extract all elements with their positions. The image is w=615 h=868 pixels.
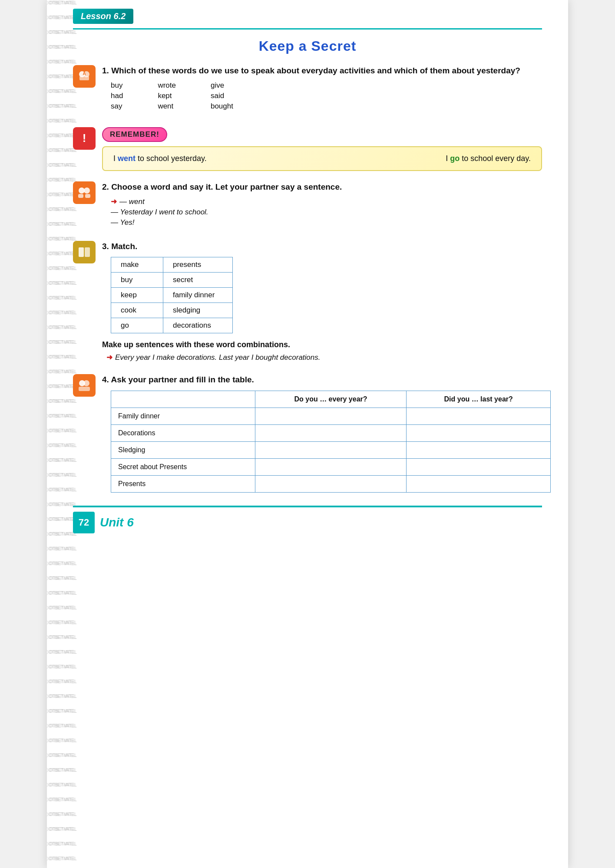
- word-bought: bought: [211, 102, 233, 111]
- dialog-lines: ➜— went — Yesterday I went to school. — …: [111, 197, 542, 227]
- fill-cell-1a[interactable]: [255, 408, 407, 425]
- activity1-body: 1. Which of these words do we use to spe…: [102, 65, 542, 115]
- match-row-2: buy secret: [111, 272, 233, 287]
- match-right-1: presents: [163, 257, 233, 272]
- fill-label-5: Presents: [111, 476, 255, 493]
- word-kept: kept: [158, 92, 176, 100]
- dialog-line-3: — Yes!: [111, 218, 542, 227]
- arrow-icon-2: ➜: [106, 353, 112, 362]
- activity3-icon: [73, 241, 96, 263]
- match-left-3: keep: [111, 287, 163, 302]
- example-present: I go to school every day.: [446, 154, 531, 163]
- dialog-text-3: — Yes!: [111, 218, 135, 227]
- word-buy: buy: [111, 81, 123, 90]
- remember-body: REMEMBER! I went to school yesterday. I …: [102, 127, 542, 171]
- word-had: had: [111, 92, 123, 100]
- activity4-title: 4. Ask your partner and fill in the tabl…: [102, 374, 542, 386]
- remember-label: REMEMBER!: [102, 127, 167, 142]
- svg-rect-6: [78, 194, 83, 198]
- word-col-3: give said bought: [211, 81, 233, 111]
- svg-rect-7: [85, 194, 90, 198]
- footer: 72 Unit 6: [73, 506, 542, 533]
- word-col-1: buy had say: [111, 81, 123, 111]
- fill-cell-5b[interactable]: [407, 476, 551, 493]
- word-columns: buy had say wrote kept went give said bo…: [111, 81, 542, 111]
- makeup-example-text: Every year I make decorations. Last year…: [115, 353, 320, 362]
- ex1-prefix: I: [113, 154, 118, 163]
- word-said: said: [211, 92, 233, 100]
- fill-table: Do you … every year? Did you … last year…: [111, 391, 551, 493]
- remember-label-text: REMEMBER!: [110, 130, 159, 138]
- match-left-2: buy: [111, 272, 163, 287]
- makeup-example: ➜Every year I make decorations. Last yea…: [106, 353, 542, 362]
- match-left-1: make: [111, 257, 163, 272]
- ex1-verb: went: [118, 154, 136, 163]
- svg-point-5: [84, 187, 90, 194]
- fill-label-2: Decorations: [111, 425, 255, 442]
- fill-cell-1b[interactable]: [407, 408, 551, 425]
- fill-row-4: Secret about Presents: [111, 459, 551, 476]
- word-say: say: [111, 102, 123, 111]
- activity3-title: 3. Match.: [102, 241, 542, 253]
- remember-icon: !: [73, 127, 96, 150]
- match-right-3: family dinner: [163, 287, 233, 302]
- activity1-instruction: Which of these words do we use to speak …: [111, 66, 520, 75]
- fill-cell-2b[interactable]: [407, 425, 551, 442]
- fill-cell-4a[interactable]: [255, 459, 407, 476]
- page-number: 72: [73, 512, 95, 533]
- dialog-text-1: — went: [119, 197, 145, 206]
- fill-label-1: Family dinner: [111, 408, 255, 425]
- match-left-4: cook: [111, 302, 163, 318]
- match-row-1: make presents: [111, 257, 233, 272]
- activity4-body: 4. Ask your partner and fill in the tabl…: [102, 374, 542, 493]
- svg-point-4: [79, 187, 85, 194]
- lesson-number: Lesson 6.2: [81, 11, 126, 21]
- word-give: give: [211, 81, 233, 90]
- fill-cell-4b[interactable]: [407, 459, 551, 476]
- dialog-line-1: ➜— went: [111, 197, 542, 206]
- word-col-2: wrote kept went: [158, 81, 176, 111]
- dialog-line-2: — Yesterday I went to school.: [111, 208, 542, 217]
- match-row-5: go decorations: [111, 318, 233, 333]
- activity-4: 4. Ask your partner and fill in the tabl…: [73, 374, 542, 493]
- activity-1: A 1. Which of these words do we use to s…: [73, 65, 542, 115]
- fill-row-2: Decorations: [111, 425, 551, 442]
- fill-col2-header: Do you … every year?: [255, 391, 407, 408]
- activity2-instruction: Choose a word and say it. Let your partn…: [111, 182, 342, 191]
- match-right-4: sledging: [163, 302, 233, 318]
- match-right-2: secret: [163, 272, 233, 287]
- fill-cell-3a[interactable]: [255, 442, 407, 459]
- activity4-instruction: Ask your partner and fill in the table.: [111, 375, 254, 384]
- match-table: make presents buy secret keep family din…: [111, 257, 233, 333]
- page-title: Keep a Secret: [73, 38, 542, 54]
- ex2-suffix: to school every day.: [460, 154, 531, 163]
- match-row-3: keep family dinner: [111, 287, 233, 302]
- makeup-label: Make up sentences with these word combin…: [102, 340, 542, 349]
- fill-cell-2a[interactable]: [255, 425, 407, 442]
- fill-cell-5a[interactable]: [255, 476, 407, 493]
- svg-text:A: A: [83, 71, 86, 76]
- fill-row-5: Presents: [111, 476, 551, 493]
- svg-rect-2: [79, 76, 89, 80]
- example-past: I went to school yesterday.: [113, 154, 207, 163]
- activity4-icon: [73, 374, 96, 397]
- match-row-4: cook sledging: [111, 302, 233, 318]
- fill-label-4: Secret about Presents: [111, 459, 255, 476]
- activity2-title: 2. Choose a word and say it. Let your pa…: [102, 181, 542, 193]
- activity-3: 3. Match. make presents buy secret: [73, 241, 542, 362]
- activity3-body: 3. Match. make presents buy secret: [102, 241, 542, 362]
- fill-table-header-row: Do you … every year? Did you … last year…: [111, 391, 551, 408]
- remember-section: ! REMEMBER! I went to school yesterday. …: [73, 127, 542, 171]
- fill-col1-header: [111, 391, 255, 408]
- svg-rect-9: [85, 247, 90, 257]
- ex2-verb: go: [450, 154, 460, 163]
- teal-divider: [73, 28, 542, 30]
- svg-rect-13: [79, 387, 90, 391]
- fill-cell-3b[interactable]: [407, 442, 551, 459]
- match-left-5: go: [111, 318, 163, 333]
- fill-row-1: Family dinner: [111, 408, 551, 425]
- activity3-instruction: Match.: [111, 242, 137, 251]
- activity1-icon: A: [73, 65, 96, 88]
- arrow-icon-1: ➜: [111, 197, 117, 206]
- activity2-num: 2.: [102, 182, 109, 191]
